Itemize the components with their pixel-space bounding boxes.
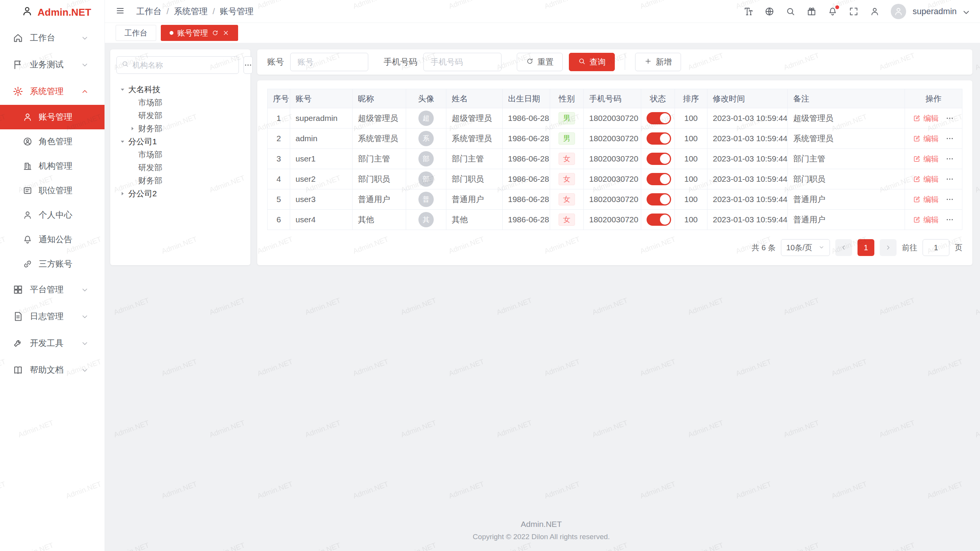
logo[interactable]: Admin.NET [0,0,105,24]
breadcrumb-item[interactable]: 系统管理 [174,6,207,17]
breadcrumb-item[interactable]: 工作台 [136,6,162,17]
tree-caret-icon[interactable] [118,137,127,146]
page-size-select[interactable]: 10条/页 [781,239,830,256]
logo-text: Admin.NET [38,7,91,18]
sidebar-subitem[interactable]: 通知公告 [0,227,105,252]
edit-button[interactable]: 编辑 [913,134,939,144]
org-more-button[interactable] [243,56,253,74]
tab-bar: 工作台账号管理 [105,23,980,43]
sidebar-item[interactable]: 日志管理 [0,303,105,330]
tree-caret-icon[interactable] [118,85,127,94]
goto-page-input[interactable] [923,239,949,256]
row-avatar: 系 [418,131,434,146]
bell-icon [23,235,33,245]
row-more-button[interactable] [946,114,954,122]
font-size-icon[interactable] [743,7,753,16]
sidebar-item[interactable]: 工作台 [0,24,105,51]
next-page-button[interactable] [880,239,897,256]
search-icon[interactable] [786,7,795,16]
sidebar-subitem[interactable]: 角色管理 [0,129,105,154]
sidebar-item[interactable]: 开发工具 [0,330,105,357]
app-root: Admin.NET 工作台业务测试系统管理账号管理角色管理机构管理职位管理个人中… [0,0,980,551]
status-toggle[interactable] [647,112,671,124]
row-more-button[interactable] [946,215,954,224]
chevleft-icon [840,244,847,251]
sidebar-item[interactable]: 业务测试 [0,51,105,78]
prev-page-button[interactable] [835,239,852,256]
cell-status [641,149,675,169]
search-icon [121,60,129,70]
cell-nickname: 部门职员 [353,169,406,189]
edit-button[interactable]: 编辑 [913,194,939,205]
language-icon[interactable] [764,7,774,16]
breadcrumb-item[interactable]: 账号管理 [220,6,253,17]
username[interactable]: superadmin [913,7,957,16]
cell-no: 4 [268,169,290,189]
status-toggle[interactable] [647,193,671,205]
tree-node[interactable]: 研发部 [116,109,244,122]
tab[interactable]: 工作台 [116,25,156,41]
sidebar-subitem[interactable]: 个人中心 [0,203,105,227]
status-toggle[interactable] [647,173,671,185]
edit-button[interactable]: 编辑 [913,154,939,164]
profile-icon[interactable] [870,7,880,16]
theme-icon[interactable] [807,7,817,16]
cell-modified-time: 2023-01-03 10:59:44 [707,169,788,189]
edit-button[interactable]: 编辑 [913,174,939,184]
sidebar-item[interactable]: 平台管理 [0,276,105,303]
cell-status [641,210,675,230]
fullscreen-icon[interactable] [849,7,859,16]
sidebar-item-label: 业务测试 [30,59,64,70]
sidebar-subitem[interactable]: 职位管理 [0,178,105,203]
cell-account: user2 [290,169,353,189]
notification-bell-icon[interactable] [828,7,838,16]
cell-phone: 18020030720 [584,149,641,169]
tree-node[interactable]: 财务部 [116,174,244,187]
reset-button[interactable]: 重置 [517,53,563,71]
tree-node[interactable]: 分公司2 [116,187,244,200]
tree-caret-icon[interactable] [118,189,127,198]
user-avatar[interactable] [891,4,906,19]
row-more-button[interactable] [946,134,954,143]
org-search-input[interactable] [132,61,234,70]
page-number-button[interactable]: 1 [858,239,874,256]
row-more-button[interactable] [946,175,954,183]
status-toggle[interactable] [647,132,671,145]
sidebar-subitem[interactable]: 机构管理 [0,154,105,178]
accounts-table: 序号账号昵称头像姓名出生日期性别手机号码状态排序修改时间备注操作 1 super… [267,89,962,230]
edit-button-label: 编辑 [923,215,939,225]
caretright-icon [129,125,136,132]
tree-node[interactable]: 市场部 [116,148,244,161]
tree-node[interactable]: 大名科技 [116,83,244,96]
tab-active[interactable]: 账号管理 [161,25,238,41]
sidebar-subitem-label: 机构管理 [39,160,72,172]
status-toggle[interactable] [647,214,671,226]
sidebar-subitem[interactable]: 三方账号 [0,252,105,276]
tree-node[interactable]: 分公司1 [116,135,244,148]
status-toggle[interactable] [647,153,671,165]
phone-input[interactable] [423,53,501,71]
cell-birthdate: 1986-06-28 [503,149,550,169]
tree-node[interactable]: 市场部 [116,96,244,109]
cell-phone: 18020030720 [584,169,641,189]
menu-collapse-icon[interactable] [116,6,126,17]
search-button[interactable]: 查询 [569,53,615,71]
tree-node[interactable]: 研发部 [116,161,244,174]
tree-node[interactable]: 财务部 [116,122,244,135]
column-header: 手机号码 [584,89,641,108]
column-header: 头像 [406,89,446,108]
edit-button[interactable]: 编辑 [913,215,939,225]
toggle-knob [660,154,670,164]
account-input[interactable] [290,53,368,71]
sidebar-subitem[interactable]: 账号管理 [0,105,105,129]
sidebar-item[interactable]: 系统管理 [0,78,105,105]
row-more-button[interactable] [946,195,954,204]
user-menu-chevron-icon[interactable] [962,8,969,15]
sidebar-item[interactable]: 帮助文档 [0,357,105,383]
tree-caret-icon[interactable] [128,124,137,133]
footer-copyright: Copyright © 2022 Dilon All rights reserv… [110,533,972,541]
user-icon [21,5,33,17]
edit-button[interactable]: 编辑 [913,113,939,124]
add-button[interactable]: 新增 [635,53,681,71]
row-more-button[interactable] [946,155,954,163]
